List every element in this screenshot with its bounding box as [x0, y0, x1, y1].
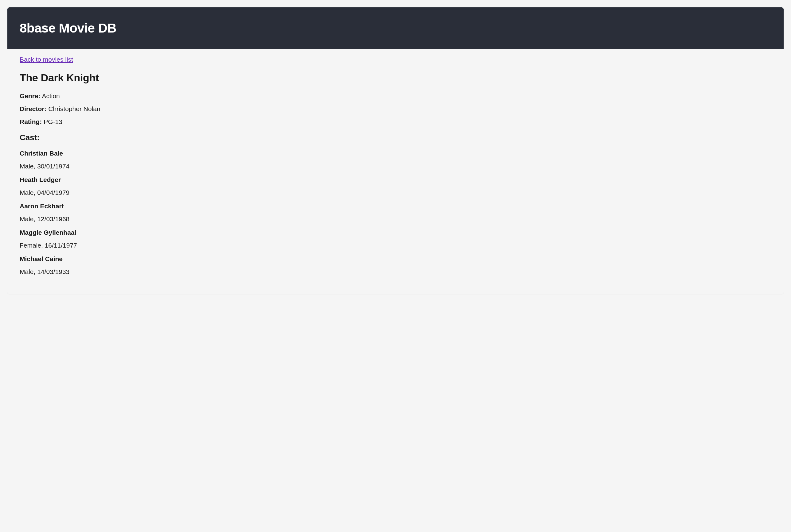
cast-member-name: Aaron Eckhart — [20, 203, 771, 210]
cast-member: Heath LedgerMale, 04/04/1979 — [20, 176, 771, 196]
app-title: 8base Movie DB — [20, 21, 771, 36]
cast-member: Christian BaleMale, 30/01/1974 — [20, 150, 771, 170]
cast-member: Michael CaineMale, 14/03/1933 — [20, 255, 771, 276]
genre-row: Genre: Action — [20, 92, 771, 100]
cast-member-name: Michael Caine — [20, 255, 771, 263]
director-value: Christopher Nolan — [48, 105, 100, 112]
cast-heading: Cast: — [20, 133, 771, 142]
cast-member: Aaron EckhartMale, 12/03/1968 — [20, 203, 771, 223]
cast-list: Christian BaleMale, 30/01/1974Heath Ledg… — [20, 150, 771, 276]
cast-member-name: Maggie Gyllenhaal — [20, 229, 771, 236]
page-container: 8base Movie DB Back to movies list The D… — [7, 7, 784, 294]
cast-member-info: Male, 30/01/1974 — [20, 163, 771, 170]
genre-label: Genre: — [20, 92, 40, 99]
movie-title: The Dark Knight — [20, 72, 771, 84]
cast-member-info: Male, 04/04/1979 — [20, 189, 771, 196]
rating-value: PG-13 — [43, 118, 62, 125]
cast-member-info: Female, 16/11/1977 — [20, 242, 771, 249]
cast-member-name: Heath Ledger — [20, 176, 771, 184]
cast-member-info: Male, 12/03/1968 — [20, 215, 771, 223]
genre-value: Action — [42, 92, 59, 99]
back-link[interactable]: Back to movies list — [20, 56, 73, 63]
content-area: Back to movies list The Dark Knight Genr… — [7, 49, 784, 294]
director-row: Director: Christopher Nolan — [20, 105, 771, 113]
cast-member-info: Male, 14/03/1933 — [20, 268, 771, 276]
director-label: Director: — [20, 105, 47, 112]
rating-label: Rating: — [20, 118, 42, 125]
header: 8base Movie DB — [7, 7, 784, 49]
cast-member-name: Christian Bale — [20, 150, 771, 157]
rating-row: Rating: PG-13 — [20, 118, 771, 126]
cast-member: Maggie GyllenhaalFemale, 16/11/1977 — [20, 229, 771, 249]
